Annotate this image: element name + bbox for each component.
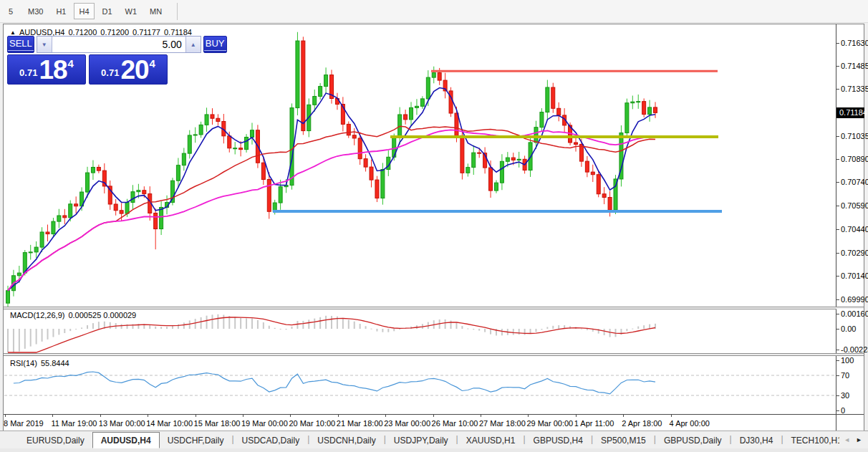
- time-tick-mark: [528, 415, 529, 417]
- tab-scroll-right-icon[interactable]: ►: [856, 436, 862, 443]
- time-tick-mark: [671, 415, 672, 417]
- axis-tick-mark: [836, 329, 839, 330]
- chart-tab-EURUSD-Daily[interactable]: EURUSD,Daily: [19, 433, 92, 448]
- timeframe-button-H4[interactable]: H4: [74, 3, 94, 19]
- sell-price-sup: 4: [68, 57, 74, 69]
- time-axis-label: 15 Mar 18:00: [194, 419, 241, 428]
- rsi-axis-label: 30: [841, 391, 849, 400]
- buy-button-label: BUY: [204, 38, 226, 51]
- rsi-axis-label: 0: [841, 406, 845, 415]
- buy-price-prefix: 0.71: [101, 67, 119, 78]
- axis-tick-mark: [836, 375, 839, 376]
- time-axis-label: 4 Apr 00:00: [670, 419, 710, 428]
- axis-tick-mark: [836, 206, 839, 206]
- macd-axis-label: -0.002235: [841, 345, 868, 354]
- time-axis-label: 26 Mar 10:00: [432, 419, 478, 428]
- chart-tab-GBPUSD-Daily[interactable]: GBPUSD,Daily: [656, 433, 730, 448]
- price-axis-label: 0.70740: [841, 178, 868, 186]
- axis-tick-mark: [836, 182, 839, 183]
- buy-price-sup: 4: [150, 57, 155, 69]
- time-tick-mark: [148, 415, 148, 417]
- chevron-up-icon: ▲: [191, 42, 196, 48]
- volume-increase-button[interactable]: ▲: [185, 37, 201, 52]
- macd-axis[interactable]: 0.0016050.00-0.002235: [836, 309, 864, 353]
- axis-tick-mark: [836, 314, 839, 314]
- time-tick-mark: [290, 415, 291, 417]
- axis-tick-mark: [836, 89, 839, 90]
- time-axis-label: 14 Mar 10:00: [146, 419, 193, 428]
- timeframe-button-H1[interactable]: H1: [51, 3, 71, 19]
- chart-tab-USDJPY-Daily[interactable]: USDJPY,Daily: [386, 433, 456, 448]
- axis-tick-mark: [836, 360, 839, 361]
- axis-tick-mark: [836, 159, 839, 160]
- rsi-axis-label: 100: [841, 356, 854, 365]
- time-axis[interactable]: 8 Mar 201911 Mar 19:0013 Mar 00:0014 Mar…: [4, 414, 864, 431]
- trading-terminal-window: 5M30H1H4D1W1MN ▲AUDUSD,H40.712000.712000…: [0, 0, 868, 452]
- time-axis-label: 11 Mar 19:00: [51, 419, 97, 428]
- volume-input[interactable]: [52, 37, 185, 52]
- time-tick-mark: [100, 415, 101, 417]
- tab-scroll-arrows: ◄ ►: [839, 431, 868, 448]
- macd-axis-label: 0.001605: [841, 309, 868, 318]
- buy-button[interactable]: BUY: [203, 36, 227, 53]
- price-axis-label: 0.69990: [841, 295, 868, 304]
- axis-tick-mark: [836, 410, 839, 411]
- macd-axis-label: 0.00: [841, 324, 856, 333]
- sell-button-label: SELL: [8, 38, 34, 51]
- sell-price-big: 18: [39, 58, 67, 82]
- chart-tab-USDCNH-Daily[interactable]: USDCNH,Daily: [309, 433, 383, 448]
- chart-tab-USDCAD-Daily[interactable]: USDCAD,Daily: [234, 433, 308, 448]
- panel-divider[interactable]: [4, 353, 864, 356]
- time-tick-mark: [623, 415, 624, 417]
- time-tick-mark: [385, 415, 386, 417]
- tab-scroll-left-icon[interactable]: ◄: [844, 436, 850, 443]
- timeframe-button-W1[interactable]: W1: [120, 3, 143, 19]
- price-axis-label: 0.71335: [841, 85, 868, 93]
- axis-tick-mark: [836, 276, 839, 277]
- chart-tab-GBPUSD-H4[interactable]: GBPUSD,H4: [526, 433, 591, 448]
- time-tick-mark: [196, 415, 196, 417]
- chevron-down-icon: ▼: [42, 42, 47, 48]
- time-axis-label: 8 Mar 2019: [4, 419, 44, 428]
- collapse-arrow-icon[interactable]: ▲: [10, 29, 16, 36]
- price-axis-label: 0.71485: [841, 62, 868, 70]
- timeframe-button-M30[interactable]: M30: [23, 3, 48, 19]
- axis-tick-mark: [836, 299, 839, 300]
- one-click-trading-panel: SELL ▼ ▲ BUY 0.71 18: [7, 36, 168, 85]
- price-axis[interactable]: 0.716300.714850.713350.710350.708900.707…: [836, 26, 864, 307]
- time-tick-mark: [5, 415, 6, 417]
- volume-decrease-button[interactable]: ▼: [37, 37, 52, 52]
- panel-divider[interactable]: [4, 307, 864, 309]
- timeframe-button-MN[interactable]: MN: [145, 3, 167, 19]
- current-price-badge: 0.71184: [836, 107, 864, 118]
- time-axis-label: 1 Apr 11:00: [574, 419, 614, 428]
- chart-tab-XAUUSD-H1[interactable]: XAUUSD,H1: [458, 433, 524, 448]
- rsi-axis-label: 70: [841, 371, 849, 380]
- time-tick-mark: [52, 415, 53, 417]
- price-axis-label: 0.70590: [841, 201, 868, 210]
- price-axis-label: 0.71630: [841, 39, 868, 47]
- time-tick-mark: [576, 415, 577, 417]
- buy-price-button[interactable]: 0.71 20 4: [89, 54, 168, 85]
- time-axis-label: 23 Mar 00:00: [384, 419, 430, 428]
- price-axis-label: 0.71035: [841, 132, 868, 140]
- price-axis-label: 0.70290: [841, 249, 868, 257]
- chart-tab-AUDUSD-H4[interactable]: AUDUSD,H4: [92, 432, 160, 448]
- price-axis-label: 0.70140: [841, 271, 868, 280]
- price-axis-label: 0.70890: [841, 155, 868, 163]
- chart-tab-USDCHF-Daily[interactable]: USDCHF,Daily: [160, 433, 232, 448]
- buy-price-big: 20: [120, 58, 148, 82]
- toolbar-separator: [177, 3, 178, 20]
- time-axis-label: 20 Mar 10:00: [289, 419, 335, 428]
- time-tick-mark: [243, 415, 243, 417]
- rsi-axis[interactable]: 10070300: [836, 357, 864, 414]
- time-axis-label: 29 Mar 00:00: [526, 419, 573, 428]
- chart-tab-DJ30-H4[interactable]: DJ30,H4: [732, 433, 781, 448]
- timeframe-button-D1[interactable]: D1: [97, 3, 117, 19]
- timeframe-button-5[interactable]: 5: [1, 3, 20, 19]
- rsi-canvas[interactable]: [4, 357, 835, 414]
- chart-tab-SP500-M15[interactable]: SP500,M15: [593, 433, 654, 448]
- sell-price-button[interactable]: 0.71 18 4: [7, 54, 86, 85]
- sell-button[interactable]: SELL: [7, 36, 34, 53]
- axis-tick-mark: [836, 136, 839, 137]
